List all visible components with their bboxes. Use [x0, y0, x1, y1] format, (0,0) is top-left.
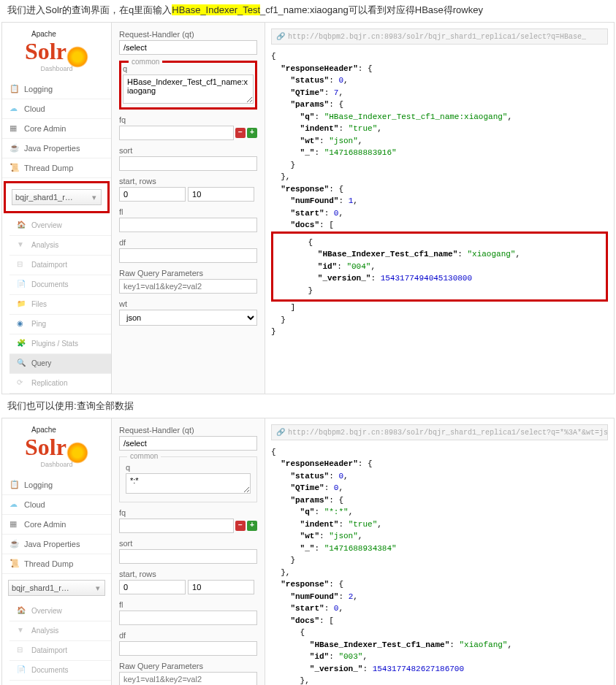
- logo: Apache Solr Dashboard: [2, 23, 111, 80]
- ping-icon: ◉: [17, 319, 27, 329]
- subnav-files[interactable]: 📁Files: [9, 681, 111, 685]
- nav-core-admin[interactable]: ▦Core Admin: [2, 515, 111, 535]
- result-area: 🔗http://bqbpm2.bqjr.cn:8983/solr/bqjr_sh…: [265, 23, 614, 394]
- rows-input[interactable]: [188, 580, 254, 594]
- subnav-plugins[interactable]: 🧩Plugins / Stats: [9, 334, 111, 354]
- df-input[interactable]: [119, 248, 257, 263]
- db-icon: ⊟: [17, 646, 27, 656]
- home-icon: 🏠: [17, 606, 27, 616]
- doc-icon: 📄: [17, 280, 27, 290]
- fl-input[interactable]: [119, 218, 257, 232]
- fl-label: fl: [119, 207, 257, 216]
- start-input[interactable]: [119, 580, 186, 594]
- start-rows-label: start, rows: [119, 177, 257, 185]
- raw-input[interactable]: [119, 672, 257, 685]
- funnel-icon: ▼: [17, 626, 27, 636]
- link-icon: 🔗: [276, 429, 285, 437]
- common-legend: common: [127, 452, 161, 460]
- df-label: df: [119, 238, 257, 247]
- rows-input[interactable]: [188, 187, 254, 202]
- folder-icon: 📁: [17, 299, 27, 310]
- cloud-icon: ☁: [9, 104, 20, 114]
- fq-remove-button[interactable]: −: [235, 521, 246, 531]
- sort-label: sort: [119, 539, 257, 548]
- nav-thread-dump[interactable]: 📜Thread Dump: [2, 554, 111, 574]
- gear-icon: ▦: [9, 519, 20, 529]
- fl-label: fl: [119, 600, 257, 609]
- home-icon: 🏠: [17, 221, 27, 231]
- raw-label: Raw Query Parameters: [119, 269, 257, 278]
- java-icon: ☕: [9, 143, 20, 153]
- fq-remove-button[interactable]: −: [235, 128, 246, 138]
- replication-icon: ⟳: [17, 378, 27, 389]
- q-input[interactable]: HBase_Indexer_Test_cf1_name:xiaogang: [123, 74, 254, 104]
- subnav-analysis[interactable]: ▼Analysis: [9, 236, 111, 256]
- nav-core-admin[interactable]: ▦Core Admin: [2, 119, 111, 139]
- rh-label: Request-Handler (qt): [119, 30, 257, 39]
- start-rows-label: start, rows: [119, 570, 257, 578]
- json-response: { "responseHeader": { "status": 0, "QTim…: [271, 50, 608, 338]
- highlight-text: HBase_Indexer_Test: [172, 4, 260, 15]
- core-selector[interactable]: bqjr_shard1_r…: [8, 580, 105, 596]
- fl-input[interactable]: [119, 611, 257, 625]
- subnav-dataimport[interactable]: ⊟Dataimport: [9, 256, 111, 275]
- sun-icon: [66, 442, 88, 464]
- nav-logging[interactable]: 📋Logging: [2, 475, 111, 495]
- subnav-ping[interactable]: ◉Ping: [9, 315, 111, 334]
- fq-label: fq: [119, 508, 257, 517]
- subnav-overview[interactable]: 🏠Overview: [9, 602, 111, 621]
- intro-text-2: 我们也可以使用:查询全部数据: [0, 396, 616, 416]
- nav-cloud[interactable]: ☁Cloud: [2, 99, 111, 119]
- thread-icon: 📜: [9, 163, 20, 173]
- subnav-dataimport[interactable]: ⊟Dataimport: [9, 641, 111, 661]
- clipboard-icon: 📋: [9, 480, 20, 490]
- doc-icon: 📄: [17, 665, 27, 676]
- url-bar[interactable]: 🔗http://bqbpm2.bqjr.cn:8983/solr/bqjr_sh…: [271, 424, 608, 440]
- subnav-analysis[interactable]: ▼Analysis: [9, 621, 111, 641]
- common-legend: common: [129, 58, 162, 66]
- nav-java-props[interactable]: ☕Java Properties: [2, 535, 111, 554]
- fq-input[interactable]: [119, 126, 234, 140]
- start-input[interactable]: [119, 187, 186, 202]
- subnav-documents[interactable]: 📄Documents: [9, 661, 111, 681]
- subnav-query[interactable]: 🔍Query: [9, 354, 111, 374]
- sun-icon: [66, 46, 88, 68]
- raw-input[interactable]: [119, 279, 257, 294]
- result-doc-highlight: { "HBase_Indexer_Test_cf1_name": "xiaoga…: [271, 231, 608, 302]
- nav-java-props[interactable]: ☕Java Properties: [2, 139, 111, 158]
- wt-label: wt: [119, 299, 257, 308]
- query-form: Request-Handler (qt) common q HBase_Inde…: [112, 23, 265, 394]
- fq-add-button[interactable]: +: [247, 521, 257, 531]
- fq-input[interactable]: [119, 518, 234, 533]
- subnav-replication[interactable]: ⟳Replication: [9, 374, 111, 394]
- nav-logging[interactable]: 📋Logging: [2, 80, 111, 99]
- nav-cloud[interactable]: ☁Cloud: [2, 495, 111, 515]
- fq-label: fq: [119, 115, 257, 124]
- core-selector[interactable]: bqjr_shard1_r…: [12, 189, 102, 205]
- thread-icon: 📜: [9, 559, 20, 569]
- result-area: 🔗http://bqbpm2.bqjr.cn:8983/solr/bqjr_sh…: [265, 418, 614, 685]
- sort-label: sort: [119, 146, 257, 155]
- search-icon: 🔍: [17, 359, 27, 369]
- link-icon: 🔗: [276, 33, 285, 41]
- rh-input[interactable]: [119, 40, 257, 55]
- q-input[interactable]: *:*: [126, 473, 251, 494]
- df-label: df: [119, 631, 257, 640]
- sidebar: Apache Solr Dashboard 📋Logging ☁Cloud ▦C…: [2, 418, 112, 685]
- query-form: Request-Handler (qt) common q *:* fq − +…: [112, 418, 265, 685]
- rh-input[interactable]: [119, 436, 257, 451]
- nav-thread-dump[interactable]: 📜Thread Dump: [2, 158, 111, 178]
- subnav-documents[interactable]: 📄Documents: [9, 275, 111, 295]
- sort-input[interactable]: [119, 549, 257, 564]
- wt-select[interactable]: json: [119, 310, 257, 326]
- solr-panel-2: Apache Solr Dashboard 📋Logging ☁Cloud ▦C…: [1, 418, 615, 685]
- url-bar[interactable]: 🔗http://bqbpm2.bqjr.cn:8983/solr/bqjr_sh…: [271, 28, 608, 45]
- fq-add-button[interactable]: +: [247, 128, 257, 138]
- intro-text-1: 我们进入Solr的查询界面，在q里面输入HBase_Indexer_Test_c…: [0, 0, 616, 20]
- subnav-overview[interactable]: 🏠Overview: [9, 216, 111, 236]
- q-label: q: [126, 463, 251, 472]
- df-input[interactable]: [119, 641, 257, 656]
- raw-label: Raw Query Parameters: [119, 662, 257, 670]
- sort-input[interactable]: [119, 156, 257, 171]
- subnav-files[interactable]: 📁Files: [9, 295, 111, 315]
